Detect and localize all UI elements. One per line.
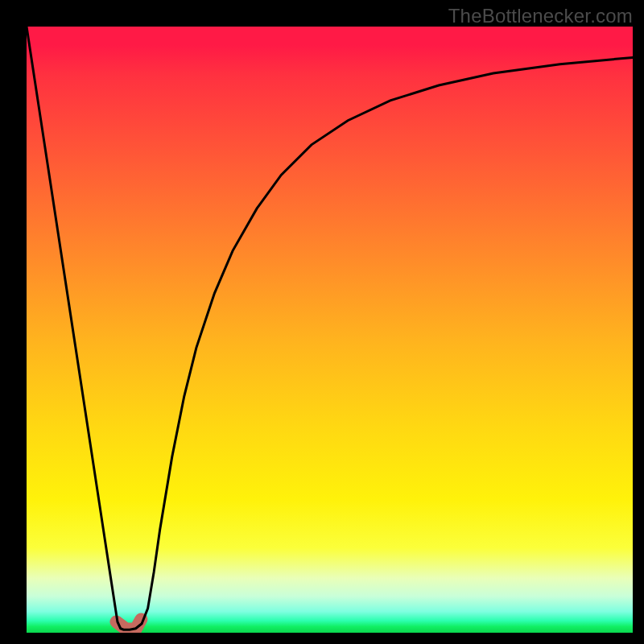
curve-layer	[27, 27, 633, 633]
chart-frame: TheBottlenecker.com	[0, 0, 644, 644]
v-curve-path	[27, 27, 633, 630]
watermark-text: TheBottlenecker.com	[448, 5, 633, 27]
v-curve	[27, 27, 633, 630]
plot-area	[27, 27, 633, 633]
